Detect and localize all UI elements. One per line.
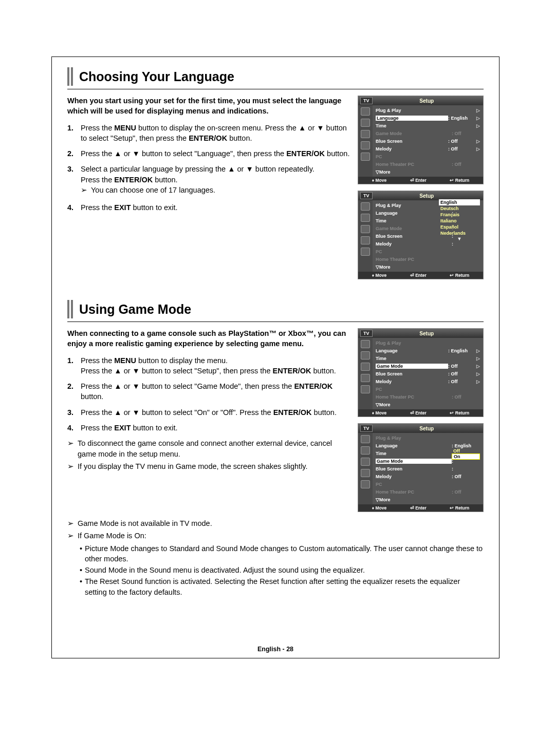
- divider: [67, 322, 484, 322]
- osd-screenshot-1: TVSetupPlug & Play▷Language: English▷Tim…: [358, 96, 484, 184]
- step: 4.Press the EXIT button to exit.: [67, 423, 350, 433]
- bullet: •Sound Mode in the Sound menu is deactiv…: [80, 565, 484, 575]
- osd-screenshot-4: TVSetupPlug & PlayLanguage: EnglishTimeG…: [358, 423, 484, 512]
- note: ➢Game Mode is not available in TV mode.: [67, 518, 484, 528]
- section2-notes-wide: ➢Game Mode is not available in TV mode.➢…: [67, 518, 484, 541]
- step: 1.Press the MENU button to display the m…: [67, 355, 350, 376]
- section2-steps: 1.Press the MENU button to display the m…: [67, 355, 350, 433]
- step: 2.Press the ▲ or ▼ button to select "Lan…: [67, 148, 350, 159]
- gamemode-dropdown: OffOn: [452, 448, 480, 460]
- step: 3.Select a particular language by pressi…: [67, 164, 350, 197]
- note: ➢If you display the TV menu in Game mode…: [67, 461, 350, 471]
- note: ➢To disconnect the game console and conn…: [67, 438, 350, 459]
- note: ➢If Game Mode is On:: [67, 531, 484, 541]
- step: 1.Press the MENU button to display the o…: [67, 123, 350, 144]
- osd-screenshot-2: TVSetupPlug & PlayLanguage:TimeGame Mode…: [358, 191, 484, 279]
- step: 3.Press the ▲ or ▼ button to select "On"…: [67, 407, 350, 418]
- osd-screenshot-3: TVSetupPlug & PlayLanguage: English▷Time…: [358, 328, 484, 417]
- section2-notes-narrow: ➢To disconnect the game console and conn…: [67, 438, 350, 471]
- bullet: •The Reset Sound function is activated. …: [80, 576, 484, 597]
- section2-intro: When connecting to a game console such a…: [67, 328, 350, 349]
- step: 2.Press the ▲ or ▼ button to select "Gam…: [67, 381, 350, 402]
- divider: [67, 89, 484, 89]
- section2-title: Using Game Mode: [79, 302, 191, 317]
- section2-header: Using Game Mode: [67, 300, 484, 318]
- title-bars-icon: [67, 300, 73, 318]
- bullet: •Picture Mode changes to Standard and So…: [80, 543, 484, 564]
- section2-bullets: •Picture Mode changes to Standard and So…: [78, 543, 484, 597]
- language-dropdown: EnglishDeutschFrançaisItalianoEspañolNed…: [439, 199, 480, 241]
- title-bars-icon: [67, 67, 73, 86]
- step: 4.Press the EXIT button to exit.: [67, 202, 350, 213]
- section1-intro: When you start using your set for the fi…: [67, 96, 350, 117]
- section1-header: Choosing Your Language: [67, 67, 484, 86]
- page-frame: Choosing Your Language When you start us…: [51, 56, 499, 658]
- section1-title: Choosing Your Language: [79, 69, 234, 84]
- page-footer: English - 28: [52, 646, 499, 653]
- section1-steps: 1.Press the MENU button to display the o…: [67, 123, 350, 213]
